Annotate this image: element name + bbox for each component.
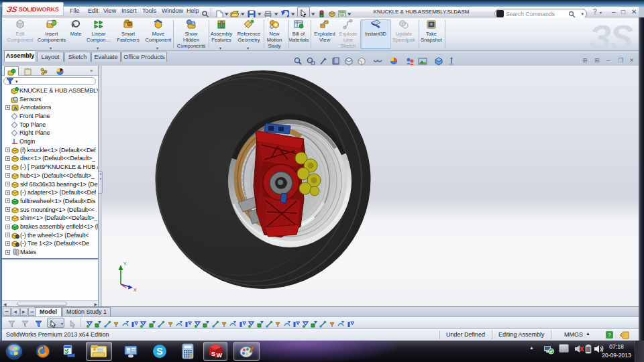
svg-text:Y: Y: [123, 261, 127, 266]
svg-text:A: A: [13, 105, 17, 111]
svg-text:X: X: [133, 288, 137, 292]
